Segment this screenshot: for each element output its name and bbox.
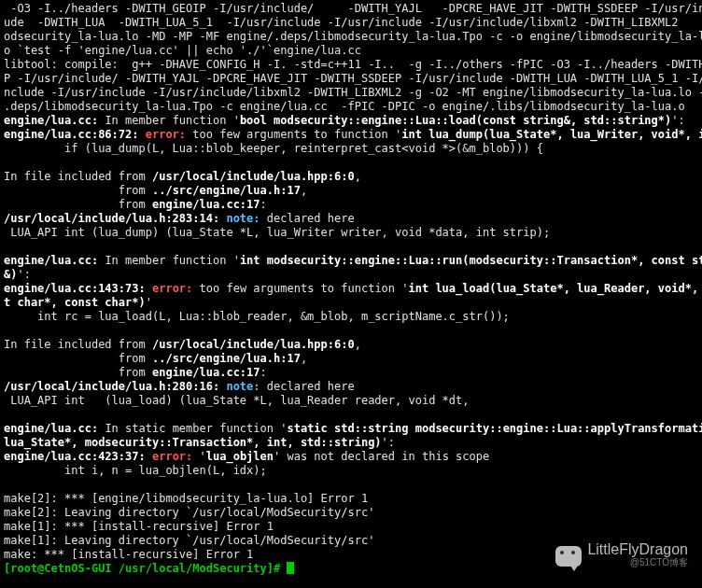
wechat-icon xyxy=(555,546,582,567)
watermark-name: LittleFlyDragon xyxy=(587,543,688,556)
terminal-output: -O3 -I../headers -DWITH_GEOIP -I/usr/inc… xyxy=(0,0,702,578)
watermark: LittleFlyDragon @51CTO博客 xyxy=(555,543,688,569)
cursor[interactable] xyxy=(287,562,294,574)
watermark-sub: @51CTO博客 xyxy=(587,556,688,569)
